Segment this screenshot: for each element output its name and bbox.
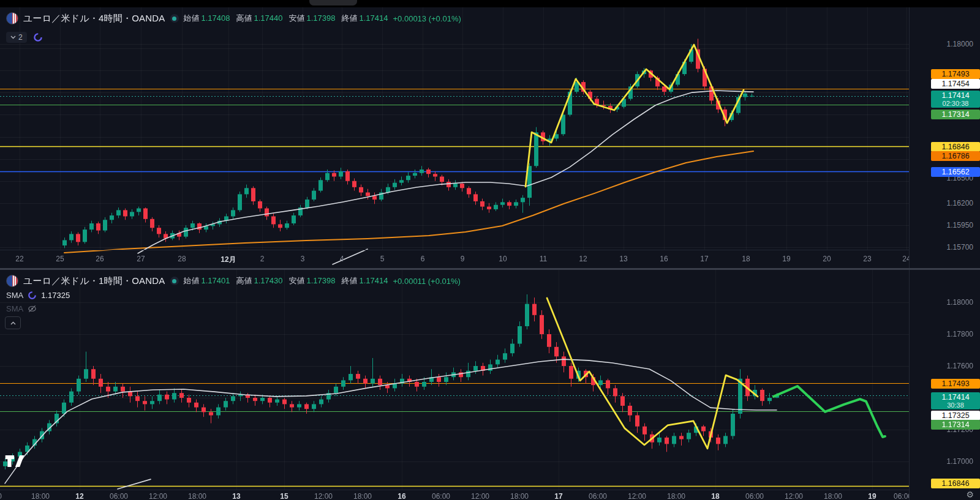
price-line-badge[interactable]: 1.17493 [931, 69, 980, 79]
time-axis-settings-gear-icon[interactable]: ⚙ [966, 490, 974, 499]
price-line-badge[interactable]: 1.17493 [931, 379, 980, 389]
x-axis-tick-label: 06:00 [894, 492, 909, 500]
high-label: 高値 [236, 276, 252, 285]
indicator-collapse-button[interactable]: 2 [6, 32, 27, 43]
indicator-row-sma-1[interactable]: SMA 1.17325 [6, 288, 70, 302]
time-axis-4h[interactable]: 222526272812月234569101112131617181920232… [0, 250, 909, 269]
x-axis-tick-label: 5 [380, 255, 385, 263]
price-scale-1h[interactable]: 1.180001.178001.176001.174001.172001.170… [909, 270, 980, 500]
x-axis-tick-label: 2 [260, 255, 265, 263]
market-status-icon[interactable] [170, 14, 179, 23]
high-value: 1.17440 [254, 13, 283, 23]
chart-panel-4h: 222526272812月234569101112131617181920232… [0, 7, 980, 268]
low-value: 1.17398 [307, 276, 336, 285]
browser-tab-fragment [309, 0, 357, 6]
y-axis-tick-label: 1.18000 [947, 40, 973, 48]
symbol-title-1h[interactable]: ユーロ／米ドル・1時間・OANDA [23, 275, 165, 287]
close-value: 1.17414 [360, 276, 388, 285]
x-axis-tick-label: 06:00 [589, 492, 607, 500]
price-line-badge[interactable]: 1.17314 [931, 110, 980, 119]
x-axis-tick-label: 06:00 [745, 492, 764, 500]
price-scale-4h[interactable]: 1.180001.165001.162001.159501.157001.174… [909, 7, 980, 268]
price-line-badge[interactable]: 1.1741402:30:38 [931, 91, 980, 108]
indicator-row-sma-2[interactable]: SMA [6, 302, 70, 315]
x-axis-tick-label: 12:00 [0, 492, 2, 500]
eurusd-flag-icon [6, 12, 18, 24]
x-axis-tick-label: 19 [782, 255, 790, 263]
x-axis-tick-label: 25 [56, 255, 64, 263]
x-axis-tick-label: 17 [554, 492, 562, 500]
x-axis-tick-label: 20 [823, 255, 831, 263]
x-axis-tick-label: 17 [700, 255, 708, 263]
panel-resize-divider[interactable] [0, 268, 980, 270]
x-axis-tick-label: 19 [868, 492, 876, 500]
x-axis-tick-label: 12 [579, 255, 587, 263]
y-axis-tick-label: 1.17800 [947, 330, 973, 338]
chevron-up-icon [10, 321, 16, 325]
y-axis-tick-label: 1.18000 [947, 298, 973, 307]
x-axis-tick-label: 12:00 [628, 492, 646, 500]
y-axis-tick-label: 1.15950 [947, 221, 973, 229]
price-line-badge[interactable]: 1.16846 [931, 479, 980, 488]
low-label: 安値 [289, 13, 305, 23]
close-value: 1.17414 [360, 13, 388, 23]
low-label: 安値 [289, 276, 305, 285]
x-axis-tick-label: 4 [340, 255, 344, 263]
tradingview-logo[interactable] [4, 453, 26, 469]
price-line-badge[interactable]: 1.17314 [931, 420, 980, 430]
price-line-badge[interactable]: 1.16562 [931, 167, 980, 177]
chart-canvas-1h[interactable] [0, 270, 909, 500]
x-axis-tick-label: 16 [398, 492, 405, 500]
x-axis-tick-label: 12 [75, 492, 83, 500]
market-status-icon[interactable] [170, 277, 179, 285]
x-axis-tick-label: 6 [421, 255, 425, 263]
price-line-badge[interactable]: 1.16846 [931, 142, 980, 152]
chart-panel-1h: 12:0018:001206:0012:0018:00131512:0018:0… [0, 270, 980, 500]
chevron-down-icon [10, 35, 16, 39]
time-axis-1h[interactable]: 12:0018:001206:0012:0018:00131512:0018:0… [0, 490, 909, 500]
open-value: 1.17401 [202, 276, 230, 285]
x-axis-tick-label: 06:00 [432, 492, 450, 500]
change-readout-4h: +0.00013 (+0.01%) [393, 14, 461, 23]
x-axis-tick-label: 24 [902, 255, 909, 263]
x-axis-tick-label: 10 [499, 255, 507, 263]
ohlc-readout-1h: 始値1.17401 高値1.17430 安値1.17398 終値1.17414 [184, 275, 388, 286]
y-axis-tick-label: 1.15700 [947, 243, 973, 252]
y-axis-tick-label: 1.16200 [947, 199, 973, 207]
x-axis-tick-label: 18 [742, 255, 750, 263]
sma-label: SMA [6, 291, 23, 300]
open-label: 始値 [184, 13, 200, 23]
sma-label: SMA [6, 304, 23, 313]
pane-collapse-button[interactable] [5, 316, 21, 329]
price-line-badge[interactable]: 1.17454 [931, 79, 980, 89]
x-axis-tick-label: 22 [15, 255, 23, 263]
indicator-loading-spinner-icon [33, 32, 43, 42]
x-axis-tick-label: 23 [863, 255, 871, 263]
x-axis-tick-label: 28 [178, 255, 186, 263]
high-label: 高値 [236, 13, 252, 23]
indicator-loading-spinner-icon [28, 291, 37, 300]
price-line-badge[interactable]: 1.16786 [931, 151, 980, 161]
low-value: 1.17398 [307, 13, 336, 23]
x-axis-tick-label: 3 [301, 255, 305, 263]
eye-off-icon[interactable] [28, 304, 37, 313]
price-line-badge[interactable]: 1.1741430:38 [931, 392, 980, 409]
x-axis-tick-label: 12:00 [314, 492, 333, 500]
x-axis-tick-label: 13 [619, 255, 627, 263]
sma-value: 1.17325 [41, 291, 70, 300]
x-axis-tick-label: 15 [280, 492, 288, 500]
symbol-title-4h[interactable]: ユーロ／米ドル・4時間・OANDA [23, 13, 165, 24]
x-axis-tick-label: 11 [540, 255, 547, 263]
ohlc-readout-4h: 始値1.17408 高値1.17440 安値1.17398 終値1.17414 [184, 13, 388, 24]
x-axis-tick-label: 18:00 [31, 492, 50, 500]
y-axis-tick-label: 1.17600 [947, 362, 973, 370]
x-axis-tick-label: 18:00 [667, 492, 685, 500]
price-line-badge[interactable]: 1.17325 [931, 411, 980, 420]
high-value: 1.17430 [254, 276, 283, 285]
x-axis-tick-label: 27 [137, 255, 145, 263]
chart-canvas-4h[interactable] [0, 7, 909, 268]
x-axis-tick-label: 18:00 [510, 492, 529, 500]
x-axis-tick-label: 26 [96, 255, 104, 263]
x-axis-tick-label: 16 [660, 255, 668, 263]
open-value: 1.17408 [202, 13, 230, 23]
